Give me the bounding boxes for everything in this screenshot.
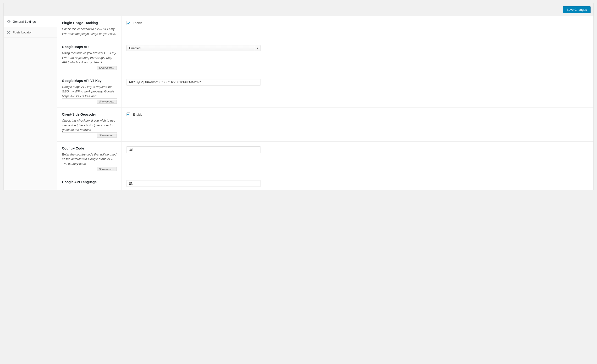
sidebar-item-label: Posts Locator bbox=[13, 30, 32, 34]
setting-control-col bbox=[122, 175, 593, 190]
setting-control-col bbox=[122, 142, 593, 175]
sidebar-item-posts-locator[interactable]: Posts Locator bbox=[4, 27, 57, 38]
setting-title: Client-Side Geocoder bbox=[62, 113, 117, 116]
setting-description: Enter the country code that will be used… bbox=[62, 152, 117, 166]
setting-label-col: Google API Language bbox=[57, 175, 122, 190]
show-more-button[interactable]: Show more... bbox=[97, 66, 117, 70]
checkbox-label: Enable bbox=[133, 113, 142, 116]
pin-icon bbox=[7, 30, 11, 34]
setting-control-col: Enable bbox=[122, 16, 593, 40]
setting-title: Country Code bbox=[62, 146, 117, 150]
setting-label-col: Google Maps API Using this feature you p… bbox=[57, 40, 122, 74]
sidebar-item-general-settings[interactable]: General Settings bbox=[4, 16, 57, 27]
setting-label-col: Google Maps API V3 Key Google Maps API k… bbox=[57, 74, 122, 108]
sidebar-item-label: General Settings bbox=[13, 20, 36, 23]
setting-label-col: Client-Side Geocoder Check this checkbox… bbox=[57, 108, 122, 141]
setting-title: Google Maps API V3 Key bbox=[62, 79, 117, 83]
settings-sidebar: General Settings Posts Locator bbox=[4, 16, 57, 190]
setting-row-google-api-language: Google API Language bbox=[57, 175, 593, 190]
setting-row-plugin-usage-tracking: Plugin Usage Tracking Check this checkbo… bbox=[57, 16, 593, 40]
country-code-input[interactable] bbox=[126, 146, 260, 153]
setting-row-google-maps-api-v3-key: Google Maps API V3 Key Google Maps API k… bbox=[57, 74, 593, 108]
setting-control-col bbox=[122, 74, 593, 108]
save-changes-button[interactable]: Save Changes bbox=[563, 6, 590, 13]
top-bar: Save Changes bbox=[3, 3, 594, 16]
show-more-button[interactable]: Show more... bbox=[97, 167, 117, 171]
setting-description: Check this checkbox to allow GEO my WP t… bbox=[62, 27, 117, 36]
setting-description: Check this checkbox if you wish to use c… bbox=[62, 118, 117, 132]
enable-checkbox-wrap[interactable]: Enable bbox=[126, 21, 589, 25]
setting-title: Google API Language bbox=[62, 180, 117, 184]
setting-control-col: Enable bbox=[122, 108, 593, 141]
setting-row-google-maps-api: Google Maps API Using this feature you p… bbox=[57, 40, 593, 74]
show-more-button[interactable]: Show more... bbox=[97, 100, 117, 104]
setting-label-col: Country Code Enter the country code that… bbox=[57, 142, 122, 175]
enable-checkbox[interactable] bbox=[126, 21, 130, 25]
select-value: Enabled bbox=[129, 46, 141, 50]
setting-row-client-side-geocoder: Client-Side Geocoder Check this checkbox… bbox=[57, 108, 593, 142]
setting-label-col: Plugin Usage Tracking Check this checkbo… bbox=[57, 16, 122, 40]
gear-icon bbox=[7, 20, 11, 23]
google-maps-api-select[interactable]: Enabled ▼ bbox=[126, 45, 260, 51]
setting-control-col: Enabled ▼ bbox=[122, 40, 593, 74]
setting-description: Google Maps API key is required for GEO … bbox=[62, 84, 117, 99]
main-container: General Settings Posts Locator Plugin Us… bbox=[3, 16, 594, 190]
checkbox-label: Enable bbox=[133, 21, 142, 25]
setting-description: Using this feature you prevent GEO my WP… bbox=[62, 51, 117, 65]
enable-checkbox-wrap[interactable]: Enable bbox=[126, 113, 589, 116]
enable-checkbox[interactable] bbox=[126, 113, 130, 116]
show-more-button[interactable]: Show more... bbox=[97, 134, 117, 137]
setting-title: Plugin Usage Tracking bbox=[62, 21, 117, 25]
chevron-down-icon: ▼ bbox=[255, 46, 260, 51]
api-language-input[interactable] bbox=[126, 180, 260, 187]
setting-title: Google Maps API bbox=[62, 45, 117, 49]
api-key-input[interactable] bbox=[126, 79, 260, 85]
setting-row-country-code: Country Code Enter the country code that… bbox=[57, 142, 593, 175]
settings-content: Plugin Usage Tracking Check this checkbo… bbox=[57, 16, 593, 190]
